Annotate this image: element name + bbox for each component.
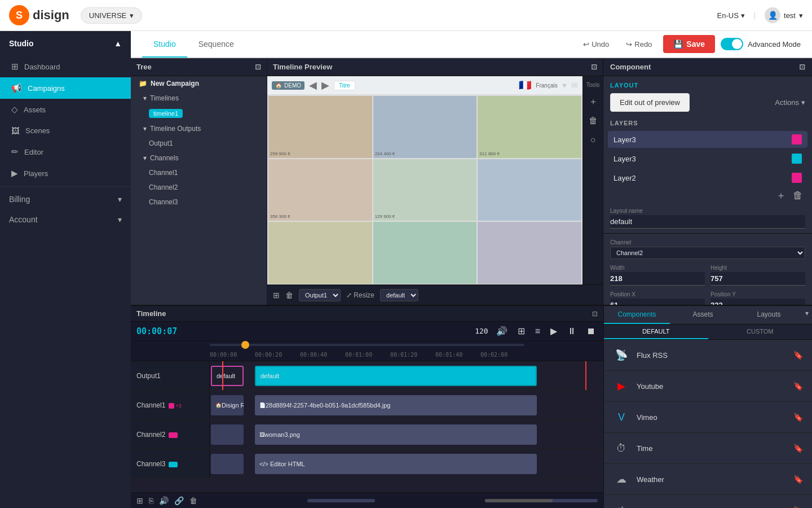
comp-item-weather[interactable]: ☁ Weather 🔖 [604,464,812,495]
pin-icon[interactable]: 🔖 [793,475,803,484]
universe-button[interactable]: UNIVERSE ▾ [81,7,142,24]
tab-studio[interactable]: Studio [142,32,187,58]
channel-select[interactable]: Channel2 [610,247,805,259]
redo-button[interactable]: ↪ Redo [620,37,657,52]
comp-tab-assets[interactable]: Assets [670,306,736,324]
language-selector[interactable]: En-US ▾ [717,11,745,20]
resize-btn[interactable]: ⤢ Resize [346,291,374,299]
grid-view-icon[interactable]: ⊞ [273,291,280,300]
sidebar-item-assets[interactable]: ◇ Assets [0,99,131,120]
sidebar-item-editor[interactable]: ✏ Editor [0,141,131,163]
add-tool-icon[interactable]: ＋ [585,94,601,110]
sidebar-item-scenes[interactable]: 🖼 Scenes [0,120,131,141]
sub-tab-custom[interactable]: CUSTOM [708,325,813,339]
tree-channels[interactable]: ▾ Channels [131,151,267,165]
delete-layer-button[interactable]: 🗑 [789,190,806,202]
track-block-disign[interactable]: 🏠 Disign REA [211,395,244,415]
link-btn[interactable]: 🔗 [174,496,184,505]
pin-icon[interactable]: 🔖 [793,351,803,360]
sub-tab-default[interactable]: DEFAULT [604,325,708,339]
track-block-html[interactable]: </> Editor HTML [255,454,537,474]
timeline-zoom-bar[interactable] [485,499,598,502]
width-input[interactable] [610,272,705,286]
height-input[interactable] [710,272,805,286]
edit-out-of-preview-button[interactable]: Edit out of preview [610,93,690,112]
circle-tool-icon[interactable]: ○ [585,132,601,148]
layout-name-input[interactable] [610,215,805,229]
advanced-mode-toggle[interactable] [721,38,743,50]
h-scrollbar[interactable] [307,499,375,502]
tree-output1[interactable]: Output1 [131,136,267,151]
user-menu[interactable]: 👤 test ▾ [765,7,803,23]
track-area-channel1[interactable]: 🏠 Disign REA 📄 28d8894f-2257-4be0-b051-9… [210,391,603,419]
trash-icon[interactable]: 🗑 [285,291,293,300]
layout-btn[interactable]: ⊞ [515,325,527,338]
play-btn[interactable]: ▶ [548,325,559,338]
pos-y-input[interactable] [710,299,805,305]
tree-channel3[interactable]: Channel3 [131,195,267,209]
delete-tool-icon[interactable]: 🗑 [585,113,601,129]
comp-item-editor-html[interactable]: </> Editor HTML 🔖 [604,495,812,508]
track-block-default-2[interactable]: default [255,366,537,386]
tree-timeline-outputs[interactable]: ▾ Timeline Outputs [131,121,267,136]
sidebar-account-header[interactable]: Account ▾ [0,209,131,230]
comp-panel-expand[interactable]: ▾ [802,306,812,324]
close-icon[interactable]: ⊡ [591,63,597,71]
prev-arrow-icon[interactable]: ◀ [309,79,317,91]
sidebar-billing-header[interactable]: Billing ▾ [0,189,131,209]
pin-icon[interactable]: 🔖 [793,382,803,391]
tree-channel1[interactable]: Channel1 [131,165,267,180]
comp-tab-components[interactable]: Components [604,306,670,324]
expand-icon[interactable]: ⊡ [592,310,598,318]
track-block-jpg[interactable]: 📄 28d8894f-2257-4be0-b051-9a1dcf585bd4.j… [255,395,537,415]
tree-channel2[interactable]: Channel2 [131,180,267,195]
comp-item-flux-rss[interactable]: 📡 Flux RSS 🔖 [604,340,812,371]
track-area-output1[interactable]: default default [210,361,603,390]
sidebar-studio-header[interactable]: Studio ▲ [0,31,131,56]
save-button[interactable]: 💾 Save [663,35,715,53]
pin-icon[interactable]: 🔖 [793,413,803,422]
comp-tab-layouts[interactable]: Layouts [736,306,802,324]
track-area-channel2[interactable]: 🖼 woman3.png [210,420,603,449]
tree-timelines[interactable]: ▾ Timelines [131,91,267,106]
track-block-ch2-empty[interactable] [211,424,244,445]
add-layer-button[interactable]: ＋ [773,189,789,202]
layer-row-2[interactable]: Layer2 [608,169,807,186]
track-block-woman[interactable]: 🖼 woman3.png [255,424,537,445]
sidebar-item-dashboard[interactable]: ⊞ Dashboard [0,56,131,77]
mail-icon[interactable]: ✉ [571,81,578,90]
comp-item-youtube[interactable]: ▶ Youtube 🔖 [604,371,812,402]
scrubber-track[interactable] [210,344,524,346]
edition-select[interactable]: default Edition [380,289,418,301]
tab-sequence[interactable]: Sequence [187,32,245,58]
undo-button[interactable]: ↩ Undo [577,37,615,52]
tree-timeline1[interactable]: timeline1 [131,106,267,121]
audio-btn[interactable]: 🔊 [494,325,510,338]
stop-btn[interactable]: ⏹ [584,325,598,338]
close-icon[interactable]: ⊡ [799,63,805,71]
actions-dropdown[interactable]: Actions ▾ [775,98,805,107]
pos-x-input[interactable] [610,299,705,305]
output-select[interactable]: Output1 [299,289,341,301]
pin-icon[interactable]: 🔖 [793,444,803,453]
comp-item-vimeo[interactable]: V Vimeo 🔖 [604,402,812,433]
audio2-btn[interactable]: 🔊 [159,496,169,505]
scrubber-knob[interactable] [241,341,249,349]
grid-btn[interactable]: ⊞ [136,496,143,505]
next-arrow-icon[interactable]: ▶ [321,79,329,91]
list-btn[interactable]: ≡ [533,325,542,338]
trash2-btn[interactable]: 🗑 [189,496,197,505]
sidebar-item-players[interactable]: ▶ Players [0,163,131,184]
copy-btn[interactable]: ⎘ [149,496,153,505]
layer-row-0[interactable]: Layer3 [608,131,807,148]
tree-new-campaign[interactable]: 📁 New Campaign [131,76,267,91]
track-area-channel3[interactable]: </> Editor HTML [210,449,603,478]
pause-btn[interactable]: ⏸ [565,325,579,338]
track-block-default-1[interactable]: default [211,366,244,386]
sidebar-item-campaigns[interactable]: 📢 Campaigns [0,77,131,99]
comp-item-time[interactable]: ⏱ Time 🔖 [604,433,812,464]
layer-row-1[interactable]: Layer3 [608,150,807,167]
track-block-ch3-empty[interactable] [211,454,244,474]
pin-icon[interactable]: 🔖 [793,506,803,508]
expand-icon[interactable]: ⊡ [255,63,261,71]
